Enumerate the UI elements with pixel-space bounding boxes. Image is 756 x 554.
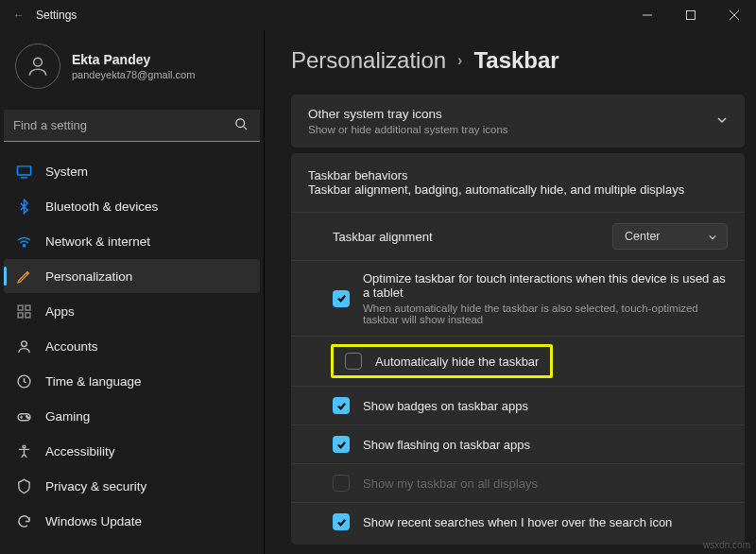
svg-rect-13 bbox=[25, 312, 29, 317]
back-button[interactable]: ← bbox=[13, 9, 25, 22]
row-label: Show my taskbar on all displays bbox=[363, 476, 538, 491]
person-icon bbox=[15, 338, 32, 355]
svg-point-9 bbox=[23, 244, 25, 246]
nav: System Bluetooth & devices Network & int… bbox=[0, 153, 264, 554]
sidebar-item-system[interactable]: System bbox=[4, 154, 260, 188]
checkbox-disabled bbox=[333, 475, 350, 492]
panel-subtitle: Show or hide additional system tray icon… bbox=[308, 124, 508, 135]
svg-rect-10 bbox=[18, 305, 23, 310]
alignment-dropdown[interactable]: Center bbox=[612, 223, 728, 250]
behaviors-header[interactable]: Taskbar behaviors Taskbar alignment, bad… bbox=[291, 153, 745, 212]
watermark: wsxdn.com bbox=[703, 540, 750, 550]
chevron-right-icon: › bbox=[457, 52, 462, 69]
panel-system-tray[interactable]: Other system tray icons Show or hide add… bbox=[291, 95, 745, 147]
row-taskbar-alignment: Taskbar alignment Center bbox=[291, 212, 745, 260]
checkbox-unchecked[interactable] bbox=[345, 353, 362, 370]
sidebar-item-label: System bbox=[45, 164, 88, 179]
checkbox-checked[interactable] bbox=[333, 290, 350, 307]
accessibility-icon bbox=[15, 442, 32, 459]
avatar bbox=[15, 43, 60, 89]
breadcrumb: Personalization › Taskbar bbox=[291, 47, 745, 74]
row-optimize-touch[interactable]: Optimize taskbar for touch interactions … bbox=[291, 260, 745, 336]
sidebar-item-label: Apps bbox=[45, 304, 75, 319]
search-box[interactable] bbox=[4, 110, 260, 142]
row-label: Automatically hide the taskbar bbox=[375, 355, 539, 369]
checkbox-checked[interactable] bbox=[333, 436, 350, 453]
wifi-icon bbox=[15, 233, 32, 250]
sidebar-item-label: Network & internet bbox=[45, 234, 150, 249]
search-icon bbox=[234, 117, 249, 134]
user-email: pandeyekta78@gmail.com bbox=[72, 69, 195, 80]
row-auto-hide[interactable]: Automatically hide the taskbar bbox=[291, 336, 745, 386]
checkbox-checked[interactable] bbox=[333, 397, 350, 414]
svg-point-4 bbox=[34, 58, 43, 66]
sidebar-item-gaming[interactable]: Gaming bbox=[4, 399, 260, 433]
update-icon bbox=[15, 512, 32, 529]
page-title: Taskbar bbox=[473, 47, 558, 74]
row-badges[interactable]: Show badges on taskbar apps bbox=[291, 386, 745, 424]
svg-rect-1 bbox=[687, 11, 696, 20]
breadcrumb-parent[interactable]: Personalization bbox=[291, 47, 446, 74]
dropdown-value: Center bbox=[625, 230, 661, 243]
gaming-icon bbox=[15, 407, 32, 424]
sidebar-item-label: Windows Update bbox=[45, 514, 142, 528]
svg-rect-11 bbox=[25, 305, 29, 310]
sidebar-item-accounts[interactable]: Accounts bbox=[4, 329, 260, 363]
maximize-button[interactable] bbox=[669, 0, 713, 30]
chevron-down-icon bbox=[708, 232, 717, 245]
sidebar-item-label: Personalization bbox=[45, 269, 132, 284]
svg-point-14 bbox=[21, 340, 26, 346]
window-title: Settings bbox=[36, 9, 77, 22]
sidebar-item-accessibility[interactable]: Accessibility bbox=[4, 434, 260, 468]
row-label: Show recent searches when I hover over t… bbox=[363, 515, 672, 529]
sidebar-item-update[interactable]: Windows Update bbox=[4, 504, 260, 538]
close-button[interactable] bbox=[713, 0, 756, 30]
checkbox-checked[interactable] bbox=[333, 513, 350, 530]
row-flashing[interactable]: Show flashing on taskbar apps bbox=[291, 424, 745, 463]
search-input[interactable] bbox=[4, 110, 260, 142]
paint-icon bbox=[15, 268, 32, 285]
sidebar-item-time[interactable]: Time & language bbox=[4, 364, 260, 398]
system-icon bbox=[15, 163, 32, 180]
content: Personalization › Taskbar Other system t… bbox=[265, 30, 756, 554]
row-all-displays: Show my taskbar on all displays bbox=[291, 463, 745, 502]
row-recent-searches[interactable]: Show recent searches when I hover over t… bbox=[291, 502, 745, 541]
highlight-box: Automatically hide the taskbar bbox=[331, 344, 553, 378]
sidebar-item-label: Accessibility bbox=[45, 444, 115, 459]
sidebar-item-label: Accounts bbox=[45, 339, 98, 354]
apps-icon bbox=[15, 303, 32, 320]
sidebar-item-privacy[interactable]: Privacy & security bbox=[4, 469, 260, 503]
sidebar-item-apps[interactable]: Apps bbox=[4, 294, 260, 328]
panel-title: Taskbar behaviors bbox=[308, 168, 684, 182]
bluetooth-icon bbox=[15, 198, 32, 215]
sidebar-item-label: Time & language bbox=[45, 374, 142, 389]
panel-taskbar-behaviors: Taskbar behaviors Taskbar alignment, bad… bbox=[291, 153, 745, 545]
panel-subtitle: Taskbar alignment, badging, automaticall… bbox=[308, 182, 684, 197]
row-label: Show badges on taskbar apps bbox=[363, 399, 528, 413]
row-label: Show flashing on taskbar apps bbox=[363, 438, 530, 452]
row-label: Taskbar alignment bbox=[333, 230, 433, 244]
shield-icon bbox=[15, 477, 32, 494]
titlebar: ← Settings bbox=[0, 0, 756, 30]
chevron-down-icon bbox=[716, 114, 728, 129]
svg-rect-12 bbox=[18, 312, 23, 317]
sidebar-item-personalization[interactable]: Personalization bbox=[4, 259, 260, 293]
panel-title: Other system tray icons bbox=[308, 107, 508, 121]
clock-icon bbox=[15, 372, 32, 390]
svg-point-5 bbox=[236, 119, 245, 128]
svg-point-20 bbox=[27, 417, 28, 418]
sidebar-item-label: Privacy & security bbox=[45, 479, 146, 493]
svg-point-21 bbox=[23, 445, 26, 448]
user-name: Ekta Pandey bbox=[72, 52, 195, 67]
sidebar-item-network[interactable]: Network & internet bbox=[4, 224, 260, 258]
user-block[interactable]: Ekta Pandey pandeyekta78@gmail.com bbox=[0, 30, 264, 106]
svg-line-6 bbox=[243, 126, 247, 130]
row-sub: When automatically hide the taskbar is a… bbox=[363, 303, 728, 325]
sidebar-item-bluetooth[interactable]: Bluetooth & devices bbox=[4, 189, 260, 223]
minimize-button[interactable] bbox=[626, 0, 669, 30]
sidebar: Ekta Pandey pandeyekta78@gmail.com Syste… bbox=[0, 30, 265, 554]
sidebar-item-label: Bluetooth & devices bbox=[45, 199, 158, 214]
svg-rect-7 bbox=[17, 165, 30, 174]
sidebar-item-label: Gaming bbox=[45, 409, 90, 424]
row-label: Optimize taskbar for touch interactions … bbox=[363, 271, 728, 300]
